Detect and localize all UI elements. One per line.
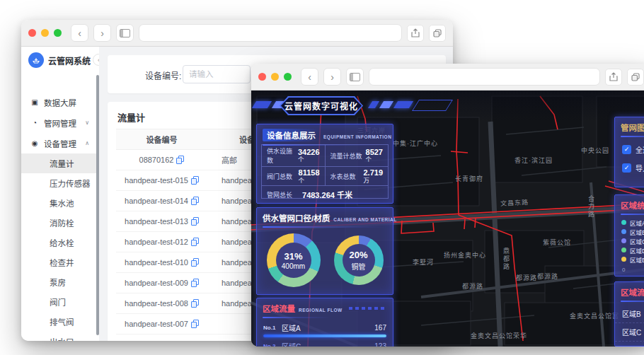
app-sidebar: 云管网系统 ‹ ▣ 数据大屏 ◔ 管网管理 ∨ ◉ 设备管理 [21,47,100,341]
map-label: 香江·滨江园 [514,156,553,165]
stat-cell: 水表总数 2.719万 [326,167,389,185]
forward-button[interactable]: › [93,24,111,42]
caliber-donut-chart[interactable]: 31% 400mm [267,233,321,287]
device-id: handpear-test-014 [125,197,188,205]
address-bar[interactable] [139,24,402,42]
map-label: 长青御府 [455,174,483,183]
minimize-window-button[interactable] [41,29,49,37]
decor-dashes [349,307,387,310]
browser-chrome: ‹ › [251,64,644,91]
browser-chrome: ‹ › [21,20,453,47]
sidebar-subitem-water-hydrant[interactable]: 给水栓 [21,233,96,252]
legend-item[interactable]: 区域A [615,218,644,227]
map-label: 扬州金奥中心 [444,250,486,260]
sidebar-subitem-catch-basin[interactable]: 集水池 [21,193,96,213]
region-flow-row[interactable]: 区域D [615,342,644,347]
legend-item[interactable]: 区域D [615,245,644,255]
share-icon[interactable] [407,25,424,42]
layer-option-select-all[interactable]: ✓ 全选 [615,140,644,158]
sidebar-item-device-management[interactable]: ◉ 设备管理 ∧ [21,133,96,153]
sidebar-toggle-icon[interactable] [346,68,364,86]
back-button[interactable]: ‹ [301,68,318,86]
sidebar-item-label: 数据大屏 [44,97,76,108]
stat-cell: 流量计总数 8527个 [326,145,389,166]
traffic-lights [258,73,292,81]
device-id: 08870162 [139,156,174,164]
chevron-down-icon: ∨ [85,120,89,126]
sidebar-subitem-valve[interactable]: 阀门 [21,292,96,312]
address-bar[interactable] [369,68,600,86]
dashboard-browser-window: ‹ › [251,64,644,347]
device-id: handpear-test-012 [125,238,188,246]
flow-rank-row[interactable]: No.2 区域C 123 [257,339,393,347]
device-id: handpear-test-008 [125,299,188,308]
map-road-label: 都源路 [537,272,558,281]
panel-title: 供水管网口径/材质 [263,212,330,223]
tab-overview-icon[interactable] [627,69,644,86]
sidebar-subitem-flow-meter[interactable]: 流量计 [21,153,96,173]
device-id: handpear-test-015 [125,176,188,185]
back-button[interactable]: ‹ [71,24,88,42]
sidebar-subitem-outlet[interactable]: 出水口 [21,332,96,341]
legend-item[interactable]: 区域E [615,255,644,264]
copy-icon[interactable] [191,176,199,185]
stat-cell: 阀门总数 81158个 [262,167,326,185]
app-title: 云管网系统 [48,54,91,66]
legend-item[interactable]: 区域C [615,236,644,245]
sidebar-item-label: 设备管理 [44,138,76,149]
device-no-input[interactable] [183,65,251,83]
region-flow-row[interactable]: 区域C [615,323,644,342]
copy-icon[interactable] [191,279,199,287]
chevron-up-icon: ∧ [85,140,89,146]
minimize-window-button[interactable] [271,73,279,81]
copy-icon[interactable] [191,299,199,308]
sidebar-subitem-exhaust-valve[interactable]: 排气阀 [21,312,96,332]
map-label: 金奥文昌公馆荣华 [471,331,527,340]
dashboard-title: 云管网数字可视化 [284,100,358,112]
close-window-button[interactable] [258,73,266,81]
sidebar-subitem-inspection-well[interactable]: 检查井 [21,252,96,272]
panel-subtitle: EQUIPMENT INFORMATION [323,134,391,139]
device-no-label: 设备编号: [145,69,181,81]
zoom-window-button[interactable] [54,29,62,37]
sidebar-subitem-pump-house[interactable]: 泵房 [21,272,96,292]
share-icon[interactable] [605,69,622,86]
checkbox-checked-icon[interactable]: ✓ [622,163,631,173]
tab-overview-icon[interactable] [429,25,446,42]
zoom-window-button[interactable] [284,73,292,81]
close-window-button[interactable] [28,29,36,37]
copy-icon[interactable] [191,238,199,246]
legend-dot [621,229,626,234]
map-label: 中集·江广中心 [393,139,438,148]
copy-icon[interactable] [191,197,199,205]
app-brand: 云管网系统 [21,47,99,68]
sidebar-toggle-icon[interactable] [116,24,134,42]
map-road-label: 合力路 [587,195,596,219]
layer-option-import[interactable]: ✓ 导入 [615,158,644,177]
app-logo-icon [28,52,44,68]
panel-subtitle: REGIONAL FLOW [299,308,343,313]
sidebar-nav: ▣ 数据大屏 ◔ 管网管理 ∨ ◉ 设备管理 ∧ 流量计 压力传感器 [21,92,96,341]
screenshot-stage: ‹ › 云管网系统 ‹ ▣ [0,0,644,355]
sidebar-item-data-screen[interactable]: ▣ 数据大屏 [21,92,96,112]
region-flow-row[interactable]: 区域B [615,305,644,323]
legend-dot [621,238,626,243]
equipment-info-panel: 设备信息展示 EQUIPMENT INFORMATION 供水设施数 34226… [256,124,393,204]
legend-item[interactable]: 区域B [615,227,644,236]
sidebar-subitem-pressure-sensor[interactable]: 压力传感器 [21,173,96,193]
copy-icon[interactable] [191,258,199,267]
sidebar-item-pipe-management[interactable]: ◔ 管网管理 ∨ [21,112,96,133]
sidebar-subitem-fire-hydrant[interactable]: 消防栓 [21,213,96,233]
panel-title: 区域流量 [263,303,295,314]
flow-progress-bar [263,334,386,337]
forward-button[interactable]: › [323,68,341,86]
copy-icon[interactable] [191,217,199,226]
material-donut-chart[interactable]: 20% 铜管 [334,235,384,285]
copy-icon[interactable] [176,156,184,164]
card-title: 流量计 [117,110,145,124]
pipe-layers-panel: 管网图层 ✓ 全选 ✓ 导入 [614,117,644,187]
flow-rank-row[interactable]: No.1 区域A 167 [257,321,393,334]
panel-subtitle: CALIBER AND MATERIAL [333,217,396,222]
copy-icon[interactable] [191,320,199,328]
checkbox-checked-icon[interactable]: ✓ [622,145,631,154]
